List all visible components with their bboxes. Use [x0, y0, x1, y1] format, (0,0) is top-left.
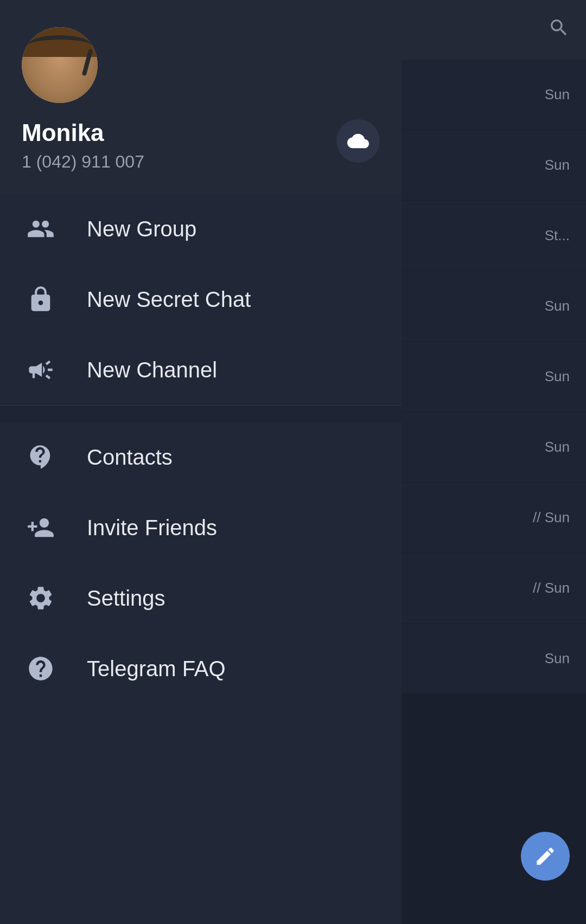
chat-list-item[interactable]: // Sun — [399, 553, 586, 624]
sidebar-item-invite-friends[interactable]: Invite Friends — [0, 492, 402, 563]
invite-friends-label: Invite Friends — [87, 516, 217, 540]
sidebar-item-telegram-faq[interactable]: Telegram FAQ — [0, 633, 402, 704]
sidebar-item-new-secret-chat[interactable]: New Secret Chat — [0, 264, 402, 335]
chat-list-item[interactable]: Sun — [399, 342, 586, 412]
chat-list-item[interactable]: // Sun — [399, 483, 586, 553]
new-secret-chat-label: New Secret Chat — [87, 287, 251, 312]
search-icon[interactable] — [548, 17, 570, 43]
person-add-icon — [22, 509, 60, 547]
group-icon — [22, 210, 60, 248]
contacts-icon — [22, 438, 60, 476]
new-channel-label: New Channel — [87, 358, 217, 382]
sidebar-item-new-group[interactable]: New Group — [0, 194, 402, 264]
telegram-faq-label: Telegram FAQ — [87, 657, 226, 681]
chat-list-item[interactable]: Sun — [399, 271, 586, 342]
sidebar-item-settings[interactable]: Settings — [0, 563, 402, 633]
megaphone-icon — [22, 351, 60, 389]
gear-icon — [22, 579, 60, 617]
chat-list-panel: Sun Sun St... Sun Sun Sun // Sun // Sun … — [399, 0, 586, 924]
chat-list-header — [399, 0, 586, 60]
question-icon — [22, 650, 60, 688]
sidebar-item-contacts[interactable]: Contacts — [0, 422, 402, 492]
profile-header: Monika 1 (042) 911 007 — [0, 0, 402, 194]
chat-list-item[interactable]: Sun — [399, 130, 586, 201]
new-group-label: New Group — [87, 217, 196, 241]
cloud-button[interactable] — [336, 119, 380, 163]
compose-button[interactable] — [521, 832, 570, 881]
chat-list-item[interactable]: Sun — [399, 412, 586, 483]
lock-icon — [22, 280, 60, 318]
chat-list-item[interactable]: St... — [399, 201, 586, 271]
chat-list-item[interactable]: Sun — [399, 624, 586, 694]
menu-section: New Group New Secret Chat New Channel — [0, 194, 402, 924]
contacts-label: Contacts — [87, 445, 173, 470]
profile-info: Monika 1 (042) 911 007 — [22, 119, 380, 172]
settings-label: Settings — [87, 586, 165, 611]
chat-list-item[interactable]: Sun — [399, 60, 586, 130]
profile-name: Monika — [22, 119, 144, 146]
sidebar-drawer: Monika 1 (042) 911 007 New Group — [0, 0, 402, 924]
chat-list: Sun Sun St... Sun Sun Sun // Sun // Sun … — [399, 60, 586, 924]
sidebar-item-new-channel[interactable]: New Channel — [0, 335, 402, 405]
profile-phone: 1 (042) 911 007 — [22, 152, 144, 172]
menu-section-gap — [0, 406, 402, 422]
avatar[interactable] — [22, 27, 98, 103]
